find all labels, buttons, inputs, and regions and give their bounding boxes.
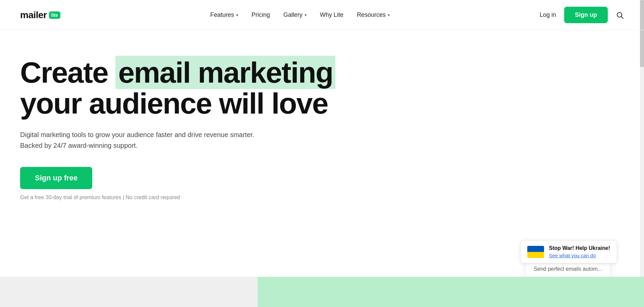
navbar: mailer lite Features ▾ Pricing Gallery ▾… — [0, 0, 644, 30]
bottom-preview-bar — [0, 277, 644, 307]
nav-links: Features ▾ Pricing Gallery ▾ Why Lite Re… — [60, 11, 540, 18]
nav-why-lite[interactable]: Why Lite — [320, 11, 343, 18]
logo-text-mailer: mailer — [20, 10, 47, 20]
bottom-bar-green — [258, 277, 644, 307]
nav-resources[interactable]: Resources ▾ — [357, 11, 390, 18]
resources-chevron-icon: ▾ — [388, 13, 390, 17]
automation-card-text: Send perfect emails autom... — [534, 265, 602, 273]
ukraine-banner[interactable]: Stop War! Help Ukraine! See what you can… — [520, 240, 617, 263]
gallery-chevron-icon: ▾ — [305, 13, 307, 17]
logo-badge: lite — [49, 11, 60, 19]
hero-subtext: Digital marketing tools to grow your aud… — [20, 129, 262, 151]
hero-section: Create email marketing your audience wil… — [0, 30, 470, 214]
signup-free-button[interactable]: Sign up free — [20, 167, 92, 189]
logo[interactable]: mailer lite — [20, 10, 60, 20]
hero-headline: Create email marketing your audience wil… — [20, 57, 449, 119]
signup-button[interactable]: Sign up — [564, 7, 608, 23]
ukraine-title: Stop War! Help Ukraine! — [549, 245, 610, 251]
nav-gallery[interactable]: Gallery ▾ — [283, 11, 307, 18]
hero-fine-print: Get a free 30-day trial of premium featu… — [20, 194, 180, 201]
scrollbar-track — [640, 0, 644, 307]
hero-highlight: email marketing — [115, 56, 335, 89]
bottom-bar-light — [0, 277, 258, 307]
login-link[interactable]: Log in — [540, 11, 556, 18]
nav-features[interactable]: Features ▾ — [210, 11, 238, 18]
search-icon[interactable] — [616, 11, 624, 19]
ukraine-link[interactable]: See what you can do — [549, 253, 610, 258]
hero-cta-area: Sign up free Get a free 30-day trial of … — [20, 167, 449, 201]
ukraine-text-area: Stop War! Help Ukraine! See what you can… — [549, 245, 610, 258]
features-chevron-icon: ▾ — [236, 13, 238, 17]
svg-line-1 — [622, 16, 624, 18]
nav-pricing[interactable]: Pricing — [252, 11, 270, 18]
ukraine-flag-icon — [527, 246, 544, 258]
nav-actions: Log in Sign up — [540, 7, 624, 23]
